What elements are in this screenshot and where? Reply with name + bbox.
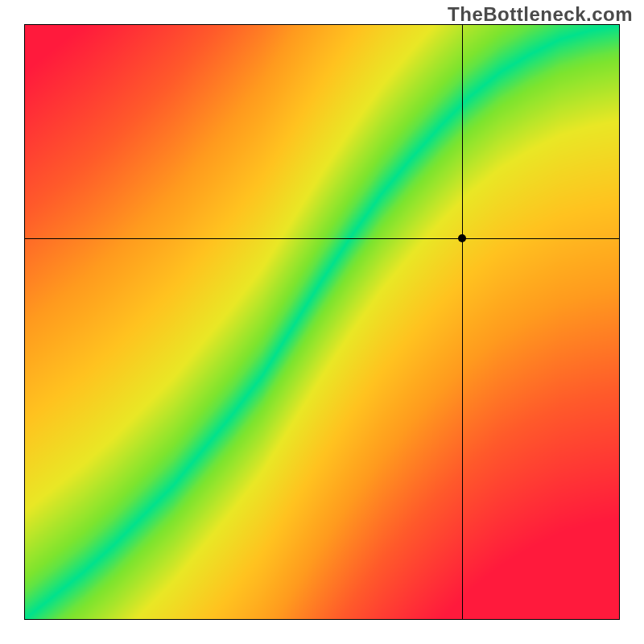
chart-container: TheBottleneck.com bbox=[0, 0, 644, 644]
watermark-text: TheBottleneck.com bbox=[448, 3, 633, 26]
heatmap-canvas bbox=[24, 24, 620, 620]
